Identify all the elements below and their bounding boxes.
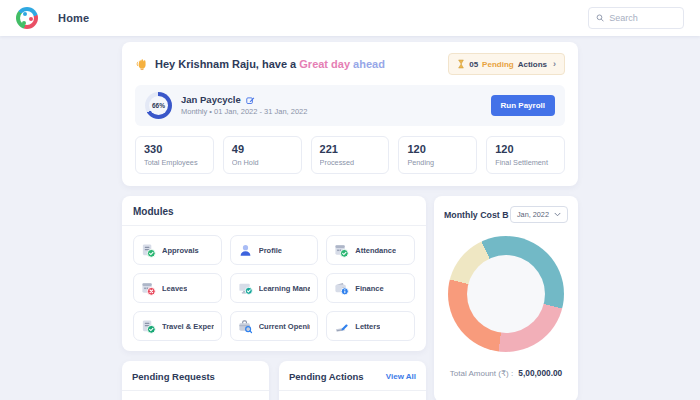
attendance-icon [334,243,349,258]
paycycle-title: Jan Paycycle [181,94,241,107]
monthly-cost-donut [448,236,564,352]
pending-actions-card: Pending Actions View All #AKV361B • Recr… [279,361,426,400]
stat-final-settlement: 120 Final Settlement [486,136,565,174]
letters-icon [334,319,349,334]
divider [122,225,426,226]
greeting-prefix: Hey Krishnam Raju, have a [155,58,296,70]
total-amount-row: Total Amount (₹) : 5,00,000.00 [444,368,568,378]
module-label: Attendance [355,246,396,255]
month-dropdown[interactable]: Jan, 2022 [510,206,568,223]
current-openings-icon [238,319,253,334]
chevron-down-icon [554,212,561,217]
search-box[interactable] [588,7,684,29]
module-label: Letters [355,322,380,331]
module-label: Current Openings [259,322,311,331]
travel-expense-icon [141,319,156,334]
payroll-stats-row: 330 Total Employees 49 On Hold 221 Proce… [135,136,565,174]
badge-word-actions: Actions [518,60,547,69]
module-label: Finance [355,284,383,293]
module-letters[interactable]: Letters [326,311,415,341]
profile-icon [238,243,253,258]
learning-management-icon [238,281,253,296]
approvals-icon [141,243,156,258]
total-amount-label: Total Amount (₹) : [450,369,513,378]
leaves-icon [141,281,156,296]
divider [122,390,269,391]
search-input[interactable] [609,13,676,23]
top-navbar: Home [0,0,700,36]
module-finance[interactable]: Finance [326,273,415,303]
stat-label: Final Settlement [495,158,556,167]
stat-pending: 120 Pending [398,136,477,174]
module-label: Approvals [162,246,199,255]
stat-label: Pending [407,158,468,167]
greeting-highlight-blue: ahead [353,58,385,70]
pending-requests-title: Pending Requests [132,371,215,382]
finance-icon [334,281,349,296]
view-all-link[interactable]: View All [386,372,416,381]
search-icon [596,13,604,23]
module-label: Leaves [162,284,187,293]
waving-hand-icon [135,57,149,71]
module-travel-expense[interactable]: Travel & Expense [133,311,222,341]
stat-value: 49 [232,143,293,155]
modules-title: Modules [133,206,415,217]
stat-label: Processed [320,158,381,167]
pending-actions-badge[interactable]: 05 Pending Actions › [448,53,565,75]
module-profile[interactable]: Profile [230,235,319,265]
stat-label: Total Employees [144,158,205,167]
brand-logo-icon[interactable] [16,7,38,29]
total-amount-value: 5,00,000.00 [518,368,562,378]
module-leaves[interactable]: Leaves [133,273,222,303]
stat-on-hold: 49 On Hold [223,136,302,174]
modules-grid: Approvals Profile [133,235,415,341]
divider [279,390,426,391]
greeting-card: Hey Krishnam Raju, have a Great day ahea… [122,42,578,186]
badge-count: 05 [469,60,478,69]
pending-actions-title: Pending Actions [289,371,364,382]
stat-value: 330 [144,143,205,155]
stat-value: 221 [320,143,381,155]
module-learning-management[interactable]: Learning Manage [230,273,319,303]
paycycle-progress-ring: 66% [145,92,172,119]
stat-label: On Hold [232,158,293,167]
chevron-right-icon: › [553,59,556,69]
paycycle-progress-label: 66% [145,92,172,119]
module-label: Travel & Expense [162,322,214,331]
stat-value: 120 [495,143,556,155]
stat-total-employees: 330 Total Employees [135,136,214,174]
module-approvals[interactable]: Approvals [133,235,222,265]
run-payroll-button[interactable]: Run Payroll [491,95,555,116]
badge-word-pending: Pending [482,60,514,69]
module-label: Profile [259,246,282,255]
greeting-text: Hey Krishnam Raju, have a Great day ahea… [135,57,385,71]
pending-requests-card: Pending Requests #AKV361B • Attendance [122,361,269,400]
monthly-cost-title: Monthly Cost B [444,210,509,220]
stat-processed: 221 Processed [311,136,390,174]
module-label: Learning Manage [259,284,311,293]
stat-value: 120 [407,143,468,155]
main-content: Hey Krishnam Raju, have a Great day ahea… [122,42,578,400]
nav-home[interactable]: Home [58,12,89,24]
module-attendance[interactable]: Attendance [326,235,415,265]
edit-icon[interactable] [246,96,255,105]
monthly-cost-card: Monthly Cost B Jan, 2022 Total Amount (₹… [434,196,578,400]
module-current-openings[interactable]: Current Openings [230,311,319,341]
hourglass-icon [457,59,465,69]
paycycle-bar: 66% Jan Paycycle Monthly • 01 Jan, 2022 … [135,85,565,126]
modules-card: Modules Approvals [122,196,426,351]
month-dropdown-value: Jan, 2022 [517,210,549,219]
greeting-highlight-pink: Great day [299,58,350,70]
paycycle-subtitle: Monthly • 01 Jan, 2022 - 31 Jan, 2022 [181,107,307,117]
